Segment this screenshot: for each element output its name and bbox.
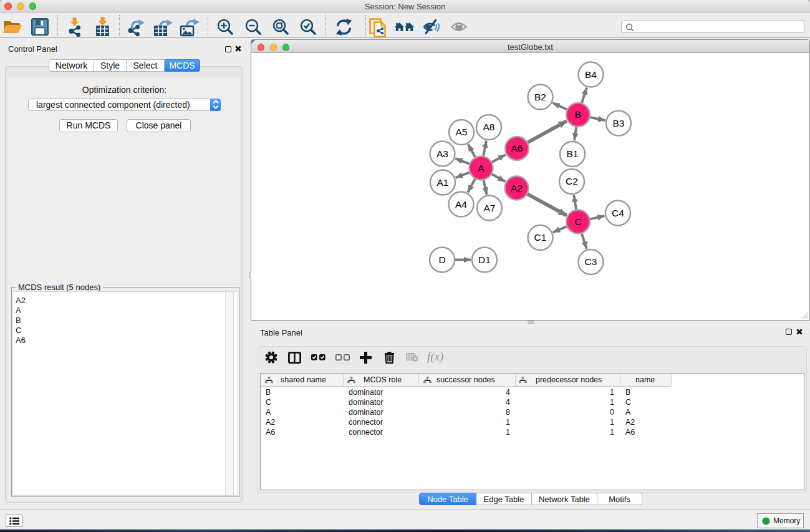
svg-text:C1: C1 (534, 232, 547, 243)
svg-text:D: D (438, 254, 445, 265)
svg-text:A2: A2 (511, 183, 523, 193)
svg-text:A6: A6 (511, 143, 523, 153)
svg-text:A3: A3 (436, 148, 448, 159)
svg-text:C2: C2 (566, 176, 578, 186)
svg-text:A1: A1 (437, 177, 449, 188)
svg-text:A4: A4 (455, 199, 467, 210)
svg-text:D1: D1 (478, 254, 491, 265)
svg-text:B1: B1 (567, 148, 579, 159)
svg-text:A: A (478, 163, 485, 173)
svg-text:A5: A5 (456, 127, 468, 137)
svg-text:B: B (575, 109, 581, 120)
svg-text:C3: C3 (585, 256, 597, 267)
svg-text:A8: A8 (483, 122, 495, 132)
svg-text:B2: B2 (534, 92, 546, 102)
svg-text:C: C (574, 216, 581, 227)
svg-text:A7: A7 (484, 203, 496, 213)
svg-text:B3: B3 (613, 118, 625, 128)
svg-text:B4: B4 (585, 69, 597, 80)
svg-text:C4: C4 (612, 208, 624, 218)
